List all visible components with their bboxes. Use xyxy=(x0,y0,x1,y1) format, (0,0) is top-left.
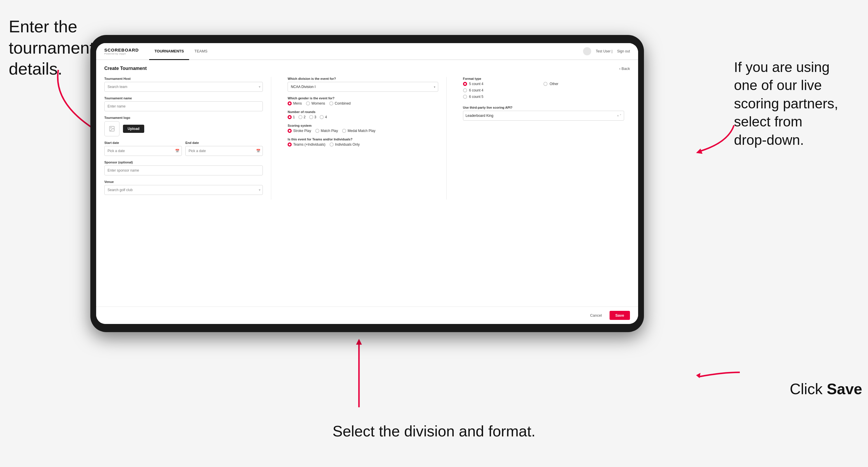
round-2[interactable]: 2 xyxy=(298,115,306,119)
sponsor-input[interactable] xyxy=(104,165,263,176)
format-5count4-dot xyxy=(463,82,467,86)
live-scoring-group: Use third-party live scoring API? Leader… xyxy=(463,106,624,121)
annotation-bottomright: Click Save xyxy=(789,380,862,399)
division-select-wrapper: NCAA Division I NCAA Division II NCAA Di… xyxy=(287,82,438,92)
live-scoring-select[interactable]: Leaderboard King × ˅ xyxy=(463,111,624,121)
arrow-bottom-icon xyxy=(355,337,363,410)
gender-radio-group: Mens Womens Combined xyxy=(287,101,438,105)
gender-combined[interactable]: Combined xyxy=(329,101,351,105)
venue-label: Venue xyxy=(104,180,263,184)
form-col-3: Format type 5 count 4 6 count xyxy=(455,77,630,199)
save-button[interactable]: Save xyxy=(610,311,630,320)
round-3-label: 3 xyxy=(314,115,316,119)
format-6count5[interactable]: 6 count 5 xyxy=(463,95,544,99)
navbar: SCOREBOARD Powered by clippit TOURNAMENT… xyxy=(96,43,638,60)
round-4-label: 4 xyxy=(325,115,327,119)
division-select[interactable]: NCAA Division I NCAA Division II NCAA Di… xyxy=(287,82,438,92)
nav-tabs: TOURNAMENTS TEAMS xyxy=(149,43,213,59)
event-type-individuals[interactable]: Individuals Only xyxy=(330,143,360,147)
event-type-individuals-label: Individuals Only xyxy=(335,143,360,147)
logo-placeholder xyxy=(104,121,120,136)
event-type-teams-label: Teams (+Individuals) xyxy=(293,143,325,147)
start-date-input[interactable] xyxy=(104,146,182,156)
rounds-group: Number of rounds 1 2 xyxy=(287,110,438,119)
scoring-label: Scoring system xyxy=(287,124,438,127)
rounds-label: Number of rounds xyxy=(287,110,438,114)
scoring-match[interactable]: Match Play xyxy=(315,129,338,133)
scoring-stroke[interactable]: Stroke Play xyxy=(287,129,311,133)
start-date-label: Start date xyxy=(104,141,182,145)
event-type-radio-group: Teams (+Individuals) Individuals Only xyxy=(287,143,438,147)
nav-logo-sub: Powered by clippit xyxy=(104,53,139,55)
sponsor-group: Sponsor (optional) xyxy=(104,160,263,176)
event-type-group: Is this event for Teams and/or Individua… xyxy=(287,137,438,147)
tablet-frame: SCOREBOARD Powered by clippit TOURNAMENT… xyxy=(90,35,644,332)
tournament-host-group: Tournament Host ▾ xyxy=(104,77,263,92)
scoring-match-label: Match Play xyxy=(321,129,338,133)
format-6count4[interactable]: 6 count 4 xyxy=(463,88,544,92)
division-group: Which division is the event for? NCAA Di… xyxy=(287,77,438,92)
gender-womens-label: Womens xyxy=(311,101,325,105)
round-3[interactable]: 3 xyxy=(309,115,316,119)
back-link[interactable]: ‹ Back xyxy=(619,66,630,71)
round-4-dot xyxy=(320,115,324,119)
scoring-group: Scoring system Stroke Play Match Play xyxy=(287,124,438,133)
round-1[interactable]: 1 xyxy=(287,115,295,119)
nav-signout[interactable]: Sign out xyxy=(617,49,630,53)
format-type-label: Format type xyxy=(463,77,624,81)
format-options-grid: 5 count 4 6 count 4 6 count 5 xyxy=(463,82,624,101)
tournament-name-input[interactable] xyxy=(104,101,263,111)
upload-button[interactable]: Upload xyxy=(123,125,144,133)
gender-womens[interactable]: Womens xyxy=(306,101,325,105)
format-left-col: 5 count 4 6 count 4 6 count 5 xyxy=(463,82,544,101)
tournament-name-group: Tournament name xyxy=(104,96,263,111)
gender-mens[interactable]: Mens xyxy=(287,101,302,105)
division-label: Which division is the event for? xyxy=(287,77,438,81)
event-type-teams[interactable]: Teams (+Individuals) xyxy=(287,143,325,147)
live-scoring-clear[interactable]: × ˅ xyxy=(617,114,621,118)
scoring-match-dot xyxy=(315,129,319,133)
form-col-2: Which division is the event for? NCAA Di… xyxy=(279,77,446,199)
scoring-medal-dot xyxy=(342,129,346,133)
venue-input[interactable] xyxy=(104,185,263,195)
format-right-col: Other xyxy=(544,82,624,101)
format-other-dot xyxy=(544,82,548,86)
page-content: Create Tournament ‹ Back Tournament Host… xyxy=(96,60,638,307)
venue-group: Venue ▾ xyxy=(104,180,263,195)
tournament-host-label: Tournament Host xyxy=(104,77,263,81)
event-type-teams-dot xyxy=(287,143,292,147)
cancel-button[interactable]: Cancel xyxy=(586,311,606,319)
rounds-radio-group: 1 2 3 xyxy=(287,115,438,119)
format-5count4[interactable]: 5 count 4 xyxy=(463,82,544,86)
event-type-individuals-dot xyxy=(330,143,334,147)
svg-point-6 xyxy=(111,127,111,128)
scoring-medal-match[interactable]: Medal Match Play xyxy=(342,129,375,133)
tournament-host-input[interactable] xyxy=(104,82,263,92)
format-6count5-dot xyxy=(463,95,467,99)
event-type-label: Is this event for Teams and/or Individua… xyxy=(287,137,438,141)
date-row: Start date 📅 End date xyxy=(104,141,263,156)
nav-tab-teams[interactable]: TEAMS xyxy=(189,43,213,60)
date-group: Start date 📅 End date xyxy=(104,141,263,156)
dropdown-icon: ▾ xyxy=(259,188,260,192)
venue-input-wrapper: ▾ xyxy=(104,185,263,195)
format-5count4-label: 5 count 4 xyxy=(469,82,484,86)
sponsor-label: Sponsor (optional) xyxy=(104,160,263,164)
tablet-screen: SCOREBOARD Powered by clippit TOURNAMENT… xyxy=(96,43,638,324)
nav-tab-tournaments[interactable]: TOURNAMENTS xyxy=(149,43,189,60)
nav-logo: SCOREBOARD Powered by clippit xyxy=(104,48,139,55)
format-other[interactable]: Other xyxy=(544,82,624,86)
tournament-name-label: Tournament name xyxy=(104,96,263,100)
start-date-group: Start date 📅 xyxy=(104,141,182,156)
format-other-label: Other xyxy=(550,82,558,86)
annotation-bottomright-prefix: Click xyxy=(789,380,827,397)
gender-label: Which gender is the event for? xyxy=(287,96,438,100)
end-date-input[interactable] xyxy=(185,146,263,156)
nav-logo-title: SCOREBOARD xyxy=(104,48,139,53)
start-date-wrapper: 📅 xyxy=(104,146,182,156)
round-4[interactable]: 4 xyxy=(320,115,327,119)
nav-right: Test User | Sign out xyxy=(583,47,630,55)
scoring-radio-group: Stroke Play Match Play Medal Match Play xyxy=(287,129,438,133)
round-1-label: 1 xyxy=(293,115,295,119)
tournament-host-input-wrapper: ▾ xyxy=(104,82,263,92)
